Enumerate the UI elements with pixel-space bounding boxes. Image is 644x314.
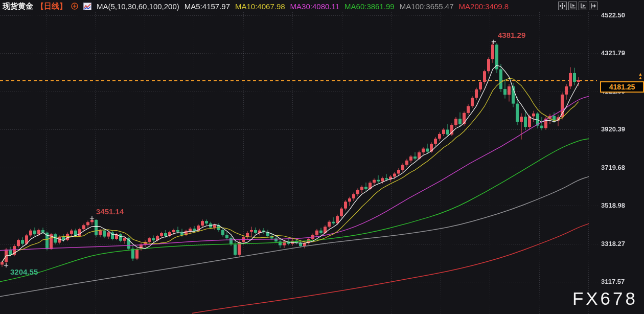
swing-high-annotation: 3451.14 <box>96 207 124 216</box>
indicator-chart-icon <box>83 3 91 10</box>
chart-legend: 现货黄金【日线】 MA(5,10,30,60,100,200) MA5:4157… <box>3 1 509 11</box>
peak-marker-icon: + <box>491 37 496 46</box>
price-up-arrow-icon: ▲▲ <box>637 73 644 80</box>
zoom-out-icon[interactable] <box>579 2 587 10</box>
last-price-badge: 4181.25 <box>600 81 644 93</box>
price-chart-canvas[interactable] <box>0 0 644 314</box>
chart-window: 现货黄金【日线】 MA(5,10,30,60,100,200) MA5:4157… <box>0 0 644 314</box>
jump-to-latest-icon[interactable] <box>589 2 597 10</box>
axis-tick-0: 4522.50 <box>601 11 625 19</box>
chart-toolbar <box>558 2 597 10</box>
peak-price-annotation: 4381.29 <box>498 31 525 39</box>
symbol-name: 现货黄金 <box>3 2 33 11</box>
ma200-legend: MA200:3409.8 <box>459 2 509 11</box>
low-marker-icon: + <box>4 261 9 270</box>
axis-tick-5: 3518.98 <box>601 201 625 209</box>
axis-tick-7: 3117.57 <box>601 278 625 285</box>
axis-tick-6: 3318.27 <box>601 240 625 248</box>
ma100-legend: MA100:3655.47 <box>400 2 454 11</box>
low-price-annotation: 3204.55 <box>10 267 38 276</box>
axis-tick-1: 4321.79 <box>601 49 625 57</box>
expand-icon[interactable] <box>71 3 78 10</box>
fx678-watermark: FX678 <box>572 288 638 309</box>
axis-tick-4: 3719.68 <box>601 164 625 171</box>
high-marker-icon: + <box>89 214 95 222</box>
zoom-in-icon[interactable] <box>568 2 577 10</box>
timeframe-label: 【日线】 <box>36 2 67 11</box>
ma5-legend: MA5:4157.97 <box>185 2 230 11</box>
ma30-legend: MA30:4080.11 <box>290 2 339 11</box>
ma10-legend: MA10:4067.98 <box>235 2 285 11</box>
pan-icon[interactable] <box>558 2 567 10</box>
ma-group-label: MA(5,10,30,60,100,200) <box>97 2 179 11</box>
axis-tick-3: 3920.39 <box>601 125 625 133</box>
ma60-legend: MA60:3861.99 <box>344 2 395 11</box>
